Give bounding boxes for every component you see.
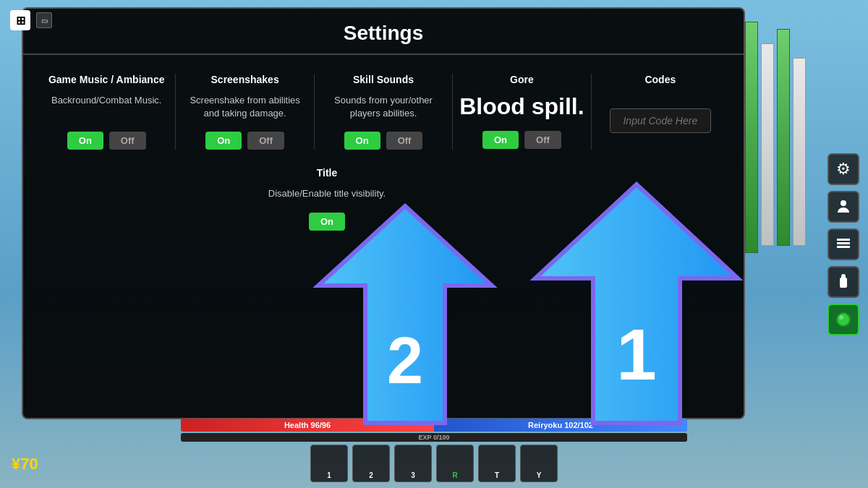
- setting-col-screenshakes: Screenshakes Screenshake from abilities …: [176, 74, 314, 150]
- hotbar-key-3: 3: [411, 471, 415, 479]
- hotbar-key-r: R: [452, 471, 457, 479]
- bar-3: [777, 29, 790, 246]
- bar-2: [761, 43, 774, 246]
- background-bars: [745, 0, 832, 289]
- hotbar-key-2: 2: [369, 471, 373, 479]
- inventory-icon-btn[interactable]: [827, 228, 859, 260]
- game-music-title: Game Music / Ambiance: [48, 74, 165, 85]
- hotbar-slot-2[interactable]: 2: [352, 445, 390, 482]
- skill-sounds-off-btn[interactable]: Off: [386, 132, 423, 150]
- skill-sounds-desc: Sounds from your/other players abilities…: [320, 94, 446, 120]
- reiryoku-label: Reiryoku 102/102: [434, 419, 687, 432]
- hotbar-key-t: T: [495, 471, 499, 479]
- skill-sounds-on-btn[interactable]: On: [344, 132, 380, 150]
- modal-divider: [23, 54, 744, 55]
- svg-rect-7: [837, 246, 850, 248]
- status-bars: Health 96/96 Reiryoku 102/102: [181, 419, 687, 432]
- game-music-toggles: On Off: [67, 132, 146, 150]
- hotbar-slot-y[interactable]: Y: [520, 445, 558, 482]
- skill-sounds-title: Skill Sounds: [353, 74, 414, 85]
- game-music-desc: Backround/Combat Music.: [51, 94, 161, 120]
- hotbar-slot-t[interactable]: T: [478, 445, 516, 482]
- currency-display: ¥70: [12, 455, 38, 474]
- gore-toggles: On Off: [482, 131, 561, 149]
- screenshakes-toggles: On Off: [205, 132, 284, 150]
- screenshakes-off-btn[interactable]: Off: [247, 132, 284, 150]
- hotbar-key-1: 1: [327, 471, 331, 479]
- exp-bar: EXP 0/100: [181, 433, 687, 442]
- setting-col-game-music: Game Music / Ambiance Backround/Combat M…: [38, 74, 176, 150]
- svg-rect-8: [840, 278, 847, 288]
- svg-rect-5: [837, 239, 850, 241]
- title-vis-desc: Disable/Enable title visibility.: [268, 187, 386, 200]
- settings-grid: Game Music / Ambiance Backround/Combat M…: [23, 62, 744, 161]
- hotbar-key-y: Y: [537, 471, 542, 479]
- screenshakes-on-btn[interactable]: On: [205, 132, 242, 150]
- hotbar-slot-r[interactable]: R: [436, 445, 474, 482]
- orb-icon-btn[interactable]: [827, 304, 859, 335]
- gore-off-btn[interactable]: Off: [524, 131, 561, 149]
- svg-point-4: [841, 200, 846, 206]
- bar-4: [793, 58, 806, 246]
- person-icon-btn[interactable]: [827, 191, 859, 223]
- game-music-off-btn[interactable]: Off: [109, 132, 146, 150]
- game-music-on-btn[interactable]: On: [67, 132, 103, 150]
- gear-icon-btn[interactable]: ⚙: [827, 153, 859, 185]
- hotbar: 1 2 3 R T Y: [310, 445, 558, 482]
- title-vis-title: Title: [317, 167, 338, 179]
- health-label: Health 96/96: [181, 419, 434, 432]
- reiryoku-bar: Reiryoku 102/102: [434, 419, 687, 432]
- screenshakes-desc: Screenshake from abilities and taking da…: [182, 94, 307, 120]
- roblox-icon[interactable]: ⊞: [10, 10, 30, 30]
- exp-label: EXP 0/100: [181, 433, 687, 442]
- roblox-logo: ⊞ ▭: [10, 10, 52, 30]
- codes-title: Codes: [644, 74, 676, 85]
- svg-rect-6: [837, 242, 850, 244]
- setting-col-title-vis: Title Disable/Enable title visibility. O…: [262, 167, 392, 230]
- backpack-icon-btn[interactable]: [827, 266, 859, 298]
- bar-1: [745, 22, 758, 253]
- settings-modal: Settings Game Music / Ambiance Backround…: [22, 7, 745, 419]
- hotbar-slot-3[interactable]: 3: [394, 445, 432, 482]
- hotbar-slot-1[interactable]: 1: [310, 445, 348, 482]
- screenshakes-title: Screenshakes: [211, 74, 279, 85]
- setting-col-skill-sounds: Skill Sounds Sounds from your/other play…: [315, 74, 453, 150]
- title-vis-on-btn[interactable]: On: [309, 213, 345, 231]
- health-bar: Health 96/96: [181, 419, 434, 432]
- gore-on-btn[interactable]: On: [482, 131, 519, 149]
- setting-col-gore: Gore Blood spill. On Off: [453, 74, 591, 150]
- modal-title: Settings: [23, 9, 744, 54]
- code-input[interactable]: [610, 108, 711, 133]
- settings-row2: Title Disable/Enable title visibility. O…: [23, 161, 744, 236]
- svg-point-9: [837, 313, 850, 326]
- roblox-square-icon[interactable]: ▭: [36, 12, 52, 28]
- hud: Health 96/96 Reiryoku 102/102 EXP 0/100 …: [0, 416, 868, 488]
- right-icons-panel: ⚙: [827, 153, 859, 335]
- svg-point-10: [839, 315, 843, 320]
- title-vis-toggles: On: [309, 213, 345, 231]
- setting-col-codes: Codes: [592, 74, 729, 150]
- gore-title: Gore: [510, 74, 534, 85]
- gore-big-text: Blood spill.: [459, 94, 584, 119]
- skill-sounds-toggles: On Off: [344, 132, 423, 150]
